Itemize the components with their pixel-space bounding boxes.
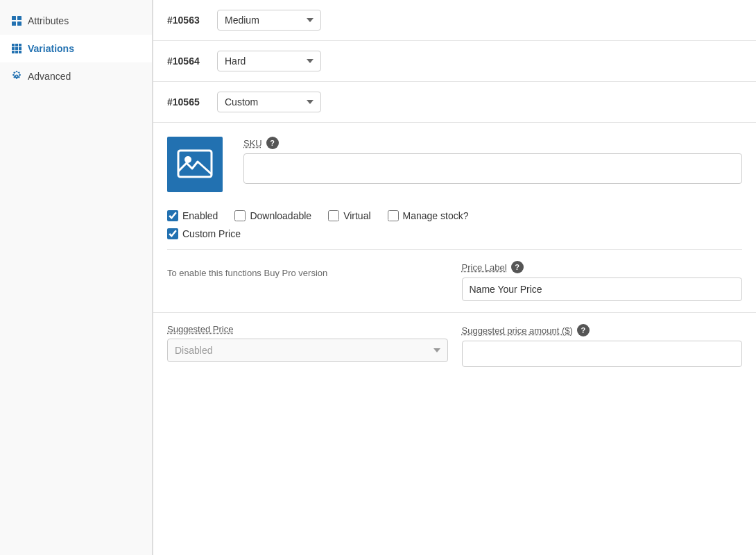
suggested-amount-label-row: Suggested price amount ($) ? bbox=[462, 324, 743, 336]
sku-label: SKU bbox=[243, 138, 262, 148]
pro-and-price-row: To enable this functions Buy Pro version… bbox=[167, 250, 742, 312]
variation-id-3: #10565 bbox=[167, 96, 209, 108]
custom-price-label: Custom Price bbox=[182, 228, 241, 239]
variation-select-2[interactable]: Easy Medium Hard Custom bbox=[217, 51, 321, 71]
virtual-label: Virtual bbox=[343, 210, 370, 221]
svg-rect-12 bbox=[19, 51, 22, 53]
sidebar-item-attributes[interactable]: Attributes bbox=[0, 7, 152, 35]
svg-rect-2 bbox=[12, 22, 16, 26]
sidebar-item-variations-label: Variations bbox=[28, 43, 74, 54]
sku-area: SKU ? bbox=[243, 137, 742, 184]
svg-rect-0 bbox=[12, 16, 16, 20]
svg-rect-6 bbox=[19, 44, 22, 46]
suggested-price-label: Suggested Price bbox=[167, 324, 448, 334]
virtual-checkbox-label[interactable]: Virtual bbox=[328, 210, 370, 221]
svg-point-14 bbox=[184, 156, 191, 163]
svg-rect-11 bbox=[15, 51, 18, 53]
variation-row-2: #10564 Easy Medium Hard Custom bbox=[153, 41, 756, 82]
custom-variation-section: SKU ? Enabled Downloadable Virtual bbox=[153, 123, 756, 313]
custom-top-row: SKU ? bbox=[167, 137, 742, 192]
manage-stock-checkbox-label[interactable]: Manage stock? bbox=[388, 210, 469, 221]
downloadable-checkbox[interactable] bbox=[234, 210, 246, 221]
checkboxes-row-1: Enabled Downloadable Virtual Manage stoc… bbox=[167, 203, 742, 225]
image-icon bbox=[177, 146, 213, 182]
price-label-help-text: ? bbox=[515, 263, 519, 271]
manage-stock-label: Manage stock? bbox=[403, 210, 469, 221]
price-label-area: Price Label ? Name Your Price bbox=[462, 261, 743, 301]
pro-notice-area: To enable this functions Buy Pro version bbox=[167, 261, 448, 289]
sku-input[interactable] bbox=[243, 153, 742, 184]
price-label-help-icon[interactable]: ? bbox=[511, 261, 524, 273]
downloadable-checkbox-label[interactable]: Downloadable bbox=[234, 210, 311, 221]
suggested-amount-label: Suggested price amount ($) bbox=[462, 325, 573, 336]
variation-id-2: #10564 bbox=[167, 56, 209, 67]
suggested-price-col: Suggested Price Disabled bbox=[167, 324, 448, 362]
svg-rect-7 bbox=[12, 47, 15, 50]
svg-rect-8 bbox=[15, 47, 18, 50]
downloadable-label: Downloadable bbox=[250, 210, 311, 221]
virtual-checkbox[interactable] bbox=[328, 210, 339, 221]
suggested-section: Suggested Price Disabled Suggested price… bbox=[153, 313, 756, 378]
svg-rect-10 bbox=[12, 51, 15, 53]
table-icon bbox=[11, 15, 22, 26]
sidebar: Attributes Variations Advanced bbox=[0, 0, 153, 555]
grid-icon bbox=[11, 43, 22, 54]
variation-row-3: #10565 Easy Medium Hard Custom bbox=[153, 82, 756, 123]
gear-icon bbox=[11, 71, 22, 82]
enabled-label: Enabled bbox=[182, 210, 218, 221]
variation-select-3[interactable]: Easy Medium Hard Custom bbox=[217, 92, 321, 112]
variation-select-1[interactable]: Easy Medium Hard Custom bbox=[217, 10, 321, 31]
custom-price-checkbox-label[interactable]: Custom Price bbox=[167, 228, 241, 239]
sidebar-item-attributes-label: Attributes bbox=[28, 15, 69, 26]
price-label-row: Price Label ? bbox=[462, 261, 743, 273]
suggested-amount-help-icon[interactable]: ? bbox=[577, 324, 590, 336]
sidebar-item-advanced-label: Advanced bbox=[28, 71, 71, 82]
suggested-amount-help-text: ? bbox=[581, 326, 586, 334]
suggested-amount-input[interactable] bbox=[462, 341, 743, 367]
custom-price-checkbox[interactable] bbox=[167, 228, 178, 239]
suggested-price-select[interactable]: Disabled bbox=[167, 339, 448, 362]
pro-notice-text: To enable this functions Buy Pro version bbox=[167, 261, 448, 289]
svg-rect-1 bbox=[17, 16, 22, 20]
svg-rect-4 bbox=[12, 44, 15, 46]
variation-image-placeholder[interactable] bbox=[167, 137, 223, 192]
variation-row-1: #10563 Easy Medium Hard Custom bbox=[153, 0, 756, 41]
checkboxes-row-2: Custom Price bbox=[167, 225, 742, 249]
sku-help-text: ? bbox=[270, 139, 275, 147]
svg-rect-5 bbox=[15, 44, 18, 46]
sku-label-row: SKU ? bbox=[243, 137, 742, 149]
svg-rect-9 bbox=[19, 47, 22, 50]
sidebar-item-variations[interactable]: Variations bbox=[0, 35, 152, 62]
suggested-amount-col: Suggested price amount ($) ? bbox=[462, 324, 743, 367]
variation-id-1: #10563 bbox=[167, 15, 209, 26]
price-label-input[interactable]: Name Your Price bbox=[462, 278, 743, 301]
svg-rect-3 bbox=[17, 22, 22, 26]
enabled-checkbox[interactable] bbox=[167, 210, 178, 221]
suggested-grid: Suggested Price Disabled Suggested price… bbox=[167, 324, 742, 367]
manage-stock-checkbox[interactable] bbox=[388, 210, 399, 221]
main-content: #10563 Easy Medium Hard Custom #10564 Ea… bbox=[153, 0, 756, 555]
sku-help-icon[interactable]: ? bbox=[266, 137, 279, 149]
enabled-checkbox-label[interactable]: Enabled bbox=[167, 210, 218, 221]
sidebar-item-advanced[interactable]: Advanced bbox=[0, 62, 152, 90]
price-label-label: Price Label bbox=[462, 262, 507, 273]
